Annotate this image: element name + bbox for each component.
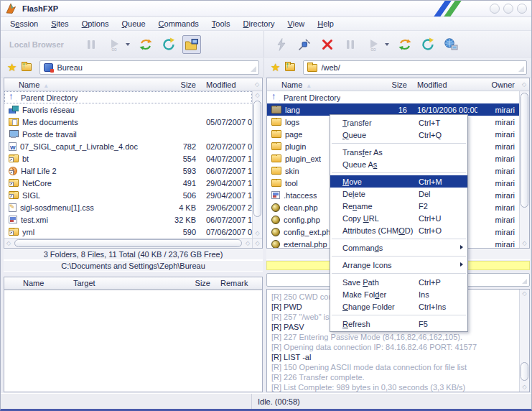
scroll-up-diamond-icon[interactable]: ◇ — [252, 81, 262, 88]
context-menu-refresh[interactable]: RefreshF5 — [330, 318, 467, 330]
file-row[interactable]: NetCore49129/04/2007 19 — [4, 177, 252, 189]
reconnect-button[interactable] — [295, 35, 314, 54]
file-row[interactable]: bt55404/07/2007 17 — [4, 152, 252, 165]
vertical-scrollbar[interactable]: ◇ — [519, 91, 529, 248]
menu-queue[interactable]: Queue — [116, 18, 152, 29]
start-queue-button[interactable]: GO — [105, 35, 123, 54]
file-row[interactable]: Poste de travail — [4, 128, 252, 140]
column-header-owner[interactable]: Owner — [477, 80, 519, 89]
menu-commands[interactable]: Commands — [152, 18, 205, 29]
local-path-text: Bureau — [57, 63, 82, 72]
menu-options[interactable]: Options — [75, 18, 116, 29]
refresh-local-button[interactable] — [159, 35, 178, 54]
menu-view[interactable]: View — [281, 18, 312, 29]
queue-column-name[interactable]: Name — [4, 279, 73, 287]
scroll-arrow-icon[interactable]: ◇ — [520, 239, 529, 248]
vertical-scrollbar[interactable]: ◇ ◇ — [519, 290, 529, 392]
local-favorites-icon[interactable]: ★ — [7, 61, 17, 74]
refresh-remote-button[interactable] — [419, 35, 437, 54]
scroll-arrow-icon[interactable]: ◇ — [253, 91, 262, 100]
menu-sites[interactable]: Sites — [45, 18, 75, 29]
file-row[interactable]: Half Life 259306/07/2007 16 — [4, 165, 252, 177]
scroll-arrow-icon[interactable]: ◇ — [520, 290, 529, 298]
scrollbar-thumb[interactable] — [253, 101, 261, 217]
remote-browser-toggle-button[interactable] — [442, 35, 460, 54]
pause-remote-queue-button[interactable] — [341, 35, 360, 54]
close-button[interactable] — [517, 4, 527, 14]
file-row[interactable]: 07_SIGL_caput_r_Livrable_4.doc78202/07/2… — [4, 140, 252, 152]
start-remote-queue-button[interactable]: GO — [364, 35, 383, 54]
play-go-icon: GO — [108, 38, 121, 51]
context-menu-arrange-icons[interactable]: Arrange Icons — [330, 259, 467, 271]
quick-connect-button[interactable] — [272, 35, 291, 54]
context-menu-save-path[interactable]: Save PathCtrl+P — [330, 276, 467, 288]
start-queue-dropdown-caret[interactable] — [126, 43, 130, 46]
context-menu-make-folder[interactable]: Make FolderIns — [330, 288, 467, 300]
scroll-arrow-icon[interactable]: ◇ — [253, 229, 262, 238]
menu-help[interactable]: Help — [311, 18, 340, 29]
scroll-arrow-icon[interactable]: ◇ — [520, 383, 529, 392]
column-header-size[interactable]: Size — [370, 80, 407, 89]
column-header-size[interactable]: Size — [162, 80, 196, 89]
scroll-arrow-icon[interactable]: ◇ — [4, 240, 13, 246]
remote-favorites-icon[interactable]: ★ — [271, 61, 280, 74]
start-remote-queue-dropdown-caret[interactable] — [385, 43, 389, 46]
context-menu-delete[interactable]: DeleteDel — [330, 188, 467, 200]
menu-tools[interactable]: Tools — [205, 18, 237, 29]
network-icon — [9, 106, 19, 114]
file-row[interactable]: SIGL50629/04/2007 19 — [4, 189, 252, 201]
horizontal-scrollbar[interactable]: ◇ ◇ — [4, 238, 252, 248]
menu-session[interactable]: Session — [4, 18, 45, 29]
scrollbar-thumb[interactable] — [521, 93, 528, 208]
file-row[interactable]: Mes documents05/07/2007 01 — [4, 116, 252, 128]
file-row[interactable]: test.xmi32 KB06/07/2007 15 — [4, 213, 252, 226]
pause-queue-button[interactable] — [82, 35, 101, 54]
remote-folder-up-icon[interactable]: ↑ — [284, 63, 299, 73]
scrollbar-thumb[interactable] — [14, 239, 242, 247]
queue-column-target[interactable]: Target — [73, 279, 174, 287]
local-path-box[interactable]: Bureau — [39, 60, 259, 75]
queue-empty-body — [4, 290, 262, 390]
queue-column-remark[interactable]: Remark — [210, 279, 262, 287]
queue-column-size[interactable]: Size — [174, 279, 210, 287]
maximize-button[interactable] — [503, 4, 513, 14]
disconnect-button[interactable] — [318, 35, 337, 54]
scroll-up-diamond-icon[interactable]: ◇ — [519, 81, 529, 88]
context-menu-rename[interactable]: RenameF2 — [330, 200, 467, 212]
column-header-modified[interactable]: Modified — [407, 80, 477, 89]
column-header-name[interactable]: Name▲ — [267, 80, 370, 89]
vertical-scrollbar[interactable]: ◇ ◇ — [252, 91, 262, 238]
file-row[interactable]: Favoris réseau — [4, 103, 252, 116]
context-menu-queue[interactable]: QueueCtrl+Q — [330, 129, 467, 141]
context-menu-commands[interactable]: Commands — [330, 241, 467, 254]
scrollbar-corner: ◇ — [252, 238, 262, 248]
menu-directory[interactable]: Directory — [237, 18, 281, 29]
context-menu-copy-url[interactable]: Copy URLCtrl+U — [330, 212, 467, 224]
file-row[interactable]: Parent Directory — [267, 91, 519, 103]
path-row: ★ ↑ Bureau ★ ↑ /web/ — [1, 58, 531, 78]
transfer-button[interactable] — [136, 35, 155, 54]
context-menu-queue-as[interactable]: Queue As — [330, 158, 467, 170]
file-row[interactable]: sigl-sosdmenu[1].css4 KB29/06/2007 21 — [4, 201, 252, 213]
context-menu-transfer-as[interactable]: Transfer As — [330, 146, 467, 158]
menu-separator — [332, 273, 466, 274]
minimize-button[interactable] — [490, 4, 500, 14]
file-row[interactable]: yml59007/06/2007 02 — [4, 226, 252, 238]
file-row[interactable]: Parent Directory — [4, 91, 252, 103]
remote-path-box[interactable]: /web/ — [303, 60, 527, 75]
scrollbar-thumb[interactable] — [521, 362, 528, 381]
local-browser-label: Local Browser — [9, 40, 64, 49]
folder-shortcut-icon — [9, 179, 19, 187]
context-menu-change-folder[interactable]: Change FolderCtrl+Ins — [330, 300, 467, 313]
column-header-modified[interactable]: Modified — [196, 80, 252, 89]
local-folder-up-icon[interactable]: ↑ — [20, 63, 35, 73]
log-line: [R] 150 Opening ASCII mode data connecti… — [271, 362, 519, 372]
context-menu-move[interactable]: MoveCtrl+M — [330, 175, 467, 188]
local-browser-toggle-button[interactable] — [182, 35, 201, 54]
scroll-arrow-icon[interactable]: ◇ — [243, 240, 252, 246]
column-header-name[interactable]: Name▲ — [4, 80, 162, 89]
context-menu-attributes[interactable]: Attributes (CHMOD)Ctrl+O — [330, 224, 467, 236]
folder-icon — [271, 154, 281, 162]
context-menu-transfer[interactable]: TransferCtrl+T — [330, 116, 467, 129]
remote-transfer-button[interactable] — [396, 35, 414, 54]
